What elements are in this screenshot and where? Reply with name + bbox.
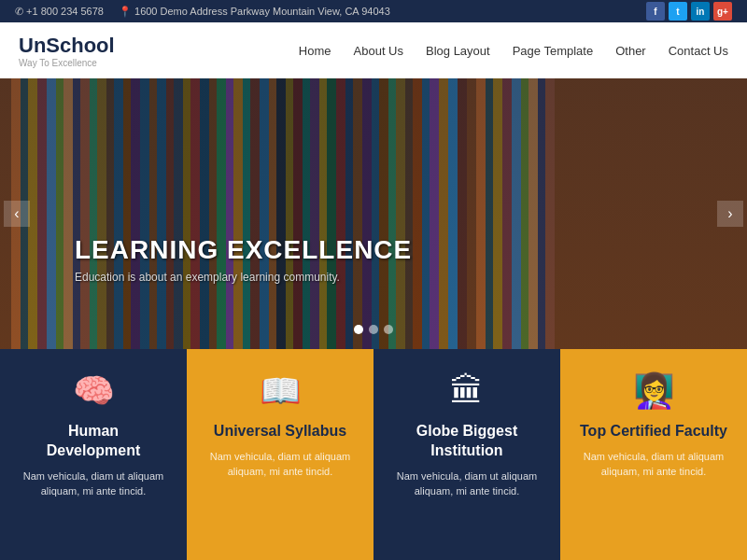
hero-title: LEARNING EXCELLENCE xyxy=(75,235,412,265)
address-text: 📍 1600 Demo Address Parkway Mountain Vie… xyxy=(119,6,390,18)
dot-3[interactable] xyxy=(384,325,393,334)
feature-desc-3: Nam vehicula, diam ut aliquam aliquam, m… xyxy=(392,469,542,499)
feature-cards: 🧠 HumanDevelopment Nam vehicula, diam ut… xyxy=(0,349,747,560)
hero-slider: LEARNING EXCELLENCE Education is about a… xyxy=(0,78,747,349)
logo: UnSchool Way To Excellence xyxy=(19,34,115,68)
logo-title: UnSchool xyxy=(19,34,115,58)
feature-card-4: 👩‍🏫 Top Certified Faculty Nam vehicula, … xyxy=(560,349,747,560)
nav-home[interactable]: Home xyxy=(299,40,331,62)
feature-desc-4: Nam vehicula, diam ut aliquam aliquam, m… xyxy=(579,449,728,480)
slider-next-button[interactable]: › xyxy=(717,201,743,227)
feature-title-4: Top Certified Faculty xyxy=(580,422,727,441)
logo-subtitle: Way To Excellence xyxy=(19,58,115,68)
brain-icon: 🧠 xyxy=(73,371,115,411)
feature-desc-2: Nam vehicula, diam ut aliquam aliquam, m… xyxy=(205,449,355,480)
feature-card-1: 🧠 HumanDevelopment Nam vehicula, diam ut… xyxy=(0,349,187,560)
institution-icon: 🏛 xyxy=(450,371,484,411)
hero-content: LEARNING EXCELLENCE Education is about a… xyxy=(75,235,412,284)
top-bar: ✆ +1 800 234 5678 📍 1600 Demo Address Pa… xyxy=(0,0,747,22)
feature-title-2: Universal Syllabus xyxy=(214,422,346,441)
main-nav: Home About Us Blog Layout Page Template … xyxy=(299,40,728,62)
feature-title-1: HumanDevelopment xyxy=(47,422,140,461)
googleplus-icon[interactable]: g+ xyxy=(713,2,732,21)
feature-title-3: Globe BiggestInstitution xyxy=(416,422,517,461)
facebook-icon[interactable]: f xyxy=(646,2,665,21)
feature-card-2: 📖 Universal Syllabus Nam vehicula, diam … xyxy=(187,349,374,560)
book-icon: 📖 xyxy=(260,371,302,411)
social-icons: f t in g+ xyxy=(646,2,732,21)
feature-desc-1: Nam vehicula, diam ut aliquam aliquam, m… xyxy=(19,469,168,499)
phone-text: ✆ +1 800 234 5678 xyxy=(15,6,104,18)
top-bar-contact: ✆ +1 800 234 5678 📍 1600 Demo Address Pa… xyxy=(15,6,390,18)
dot-2[interactable] xyxy=(369,325,378,334)
slider-prev-button[interactable]: ‹ xyxy=(4,201,30,227)
linkedin-icon[interactable]: in xyxy=(691,2,710,21)
feature-card-3: 🏛 Globe BiggestInstitution Nam vehicula,… xyxy=(374,349,560,560)
nav-page-template[interactable]: Page Template xyxy=(513,40,594,62)
hero-background xyxy=(0,78,747,349)
nav-contact[interactable]: Contact Us xyxy=(669,40,728,62)
nav-blog[interactable]: Blog Layout xyxy=(426,40,490,62)
slider-dots xyxy=(354,325,393,334)
hero-subtitle: Education is about an exemplary learning… xyxy=(75,271,412,284)
site-header: UnSchool Way To Excellence Home About Us… xyxy=(0,22,747,78)
twitter-icon[interactable]: t xyxy=(669,2,687,21)
nav-about[interactable]: About Us xyxy=(354,40,403,62)
nav-other[interactable]: Other xyxy=(615,40,646,62)
dot-1[interactable] xyxy=(354,325,363,334)
faculty-icon: 👩‍🏫 xyxy=(633,371,675,411)
